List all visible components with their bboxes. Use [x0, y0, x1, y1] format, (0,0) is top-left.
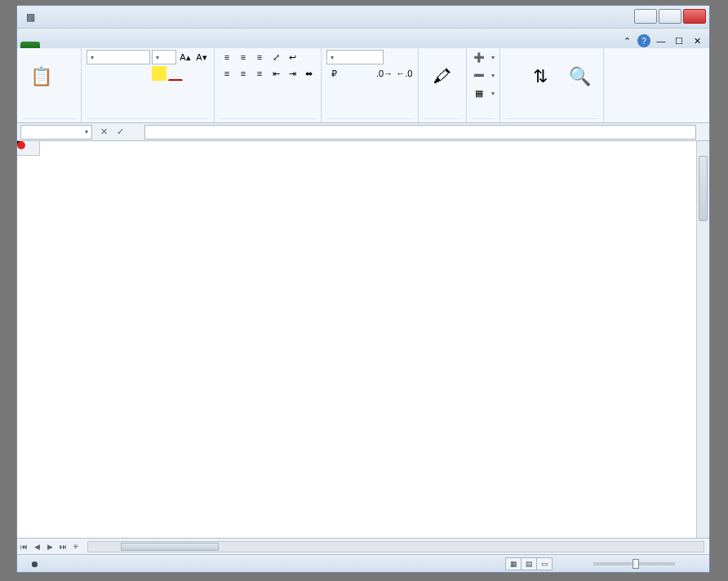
sheet-nav-last[interactable]: ⏭	[56, 543, 69, 551]
paste-button[interactable]: 📋	[22, 50, 60, 105]
group-editing-label	[505, 118, 598, 122]
page-break-button[interactable]: ▭	[536, 557, 553, 570]
zoom-thumb[interactable]	[633, 559, 639, 569]
mdi-max-icon[interactable]: ☐	[672, 33, 686, 48]
normal-view-button[interactable]: ▦	[505, 557, 522, 570]
group-number-label	[326, 118, 413, 122]
spreadsheet-grid[interactable]	[17, 141, 709, 538]
enter-formula-icon[interactable]: ✓	[112, 126, 128, 137]
horizontal-scrollbar[interactable]	[87, 541, 704, 552]
app-window: ▩ ⌃ ? — ☐ ✕ 📋	[16, 5, 710, 573]
group-cells-label	[472, 118, 495, 122]
vscroll-thumb[interactable]	[699, 156, 708, 221]
help-icon[interactable]: ?	[637, 34, 650, 47]
undo-button[interactable]	[58, 9, 74, 25]
group-styles: 🖍	[419, 48, 467, 122]
name-box[interactable]: ▾	[20, 125, 92, 140]
number-format-combo[interactable]: ▾	[326, 50, 384, 64]
format-painter-button[interactable]	[61, 82, 76, 97]
zoom-out-button[interactable]	[566, 557, 580, 571]
increase-indent-icon[interactable]: ⇥	[285, 66, 300, 81]
clear-icon[interactable]	[505, 82, 520, 97]
sort-icon: ⇅	[533, 67, 548, 86]
decrease-font-icon[interactable]: A▾	[194, 50, 209, 64]
cancel-formula-icon[interactable]: ✕	[95, 126, 112, 137]
group-font-label	[87, 118, 209, 122]
vertical-scrollbar[interactable]	[696, 141, 709, 538]
mdi-min-icon[interactable]: —	[654, 33, 668, 48]
sheet-nav-next[interactable]: ▶	[43, 543, 56, 551]
qat-more[interactable]	[94, 9, 110, 25]
group-clipboard: 📋	[17, 48, 82, 122]
italic-button[interactable]	[103, 66, 118, 81]
bold-button[interactable]	[87, 66, 101, 81]
cut-button[interactable]	[61, 50, 76, 64]
insert-cells-icon[interactable]: ➕	[472, 50, 486, 64]
font-color-button[interactable]	[168, 66, 183, 81]
group-clipboard-label	[22, 118, 76, 122]
sheet-tab-bar: ⏮ ◀ ▶ ⏭ ✳	[17, 538, 709, 554]
page-layout-button[interactable]: ▤	[521, 557, 537, 570]
border-button[interactable]	[135, 66, 150, 81]
sum-icon[interactable]	[505, 50, 520, 64]
align-top-icon[interactable]: ≡	[220, 50, 234, 64]
group-cells: ➕▾ ➖▾ ▦▾	[467, 48, 500, 122]
comma-icon[interactable]	[359, 66, 374, 81]
ribbon-tabs: ⌃ ? — ☐ ✕	[17, 29, 709, 48]
status-bar: ⏺ ▦ ▤ ▭	[17, 554, 709, 572]
group-font: ▾ ▾ A▴ A▾	[82, 48, 215, 122]
paste-icon: 📋	[30, 67, 52, 86]
decrease-decimal-icon[interactable]: ←.0	[395, 66, 413, 81]
maximize-button[interactable]	[659, 9, 681, 24]
new-sheet-icon[interactable]: ✳	[69, 543, 82, 551]
zoom-in-button[interactable]	[688, 557, 703, 571]
copy-button[interactable]	[61, 66, 76, 81]
format-cells-icon[interactable]: ▦	[472, 86, 486, 100]
quick-access-toolbar: ▩	[17, 9, 110, 25]
increase-decimal-icon[interactable]: .0→	[375, 66, 393, 81]
group-alignment: ≡ ≡ ≡ ⤢ ↩ ≡ ≡ ≡ ⇤ ⇥ ⬌	[215, 48, 322, 122]
find-select-button[interactable]: 🔍	[561, 50, 598, 105]
sort-filter-button[interactable]: ⇅	[522, 50, 559, 105]
underline-button[interactable]	[119, 66, 134, 81]
orientation-icon[interactable]: ⤢	[269, 50, 283, 64]
font-size-combo[interactable]: ▾	[152, 50, 176, 64]
align-center-icon[interactable]: ≡	[236, 66, 251, 81]
font-name-combo[interactable]: ▾	[87, 50, 150, 64]
group-alignment-label	[220, 118, 316, 122]
fill-color-button[interactable]	[152, 66, 166, 81]
macro-record-icon[interactable]: ⏺	[30, 559, 39, 569]
redo-button[interactable]	[76, 9, 92, 25]
titlebar: ▩	[17, 6, 709, 29]
fill-down-icon[interactable]	[505, 66, 520, 81]
formula-bar: ▾ ✕ ✓	[17, 123, 709, 141]
currency-icon[interactable]: ₽	[326, 66, 341, 81]
sheet-nav-first[interactable]: ⏮	[17, 543, 30, 551]
close-button[interactable]	[683, 9, 706, 24]
percent-icon[interactable]	[343, 66, 357, 81]
merge-icon[interactable]: ⬌	[301, 66, 316, 81]
decrease-indent-icon[interactable]: ⇤	[269, 66, 283, 81]
excel-icon[interactable]: ▩	[22, 9, 38, 25]
fill-handle[interactable]	[17, 141, 22, 146]
save-button[interactable]	[40, 9, 56, 25]
minimize-button[interactable]	[634, 9, 657, 24]
align-right-icon[interactable]: ≡	[252, 66, 267, 81]
increase-font-icon[interactable]: A▴	[178, 50, 193, 64]
mdi-close-icon[interactable]: ✕	[690, 33, 704, 48]
ribbon: 📋 ▾ ▾ A▴ A▾	[17, 48, 709, 123]
delete-cells-icon[interactable]: ➖	[472, 68, 486, 82]
formula-input[interactable]	[144, 125, 696, 140]
align-middle-icon[interactable]: ≡	[236, 50, 251, 64]
zoom-slider[interactable]	[593, 562, 675, 565]
sheet-nav-prev[interactable]: ◀	[30, 543, 43, 551]
group-editing: ⇅ 🔍	[500, 48, 604, 122]
align-bottom-icon[interactable]: ≡	[252, 50, 267, 64]
wrap-text-icon[interactable]: ↩	[285, 50, 300, 64]
align-left-icon[interactable]: ≡	[220, 66, 234, 81]
tab-file[interactable]	[20, 42, 40, 48]
find-icon: 🔍	[569, 67, 591, 86]
styles-button[interactable]: 🖍	[424, 50, 461, 105]
hscroll-thumb[interactable]	[121, 543, 219, 551]
ribbon-minimize-icon[interactable]: ⌃	[619, 33, 634, 48]
